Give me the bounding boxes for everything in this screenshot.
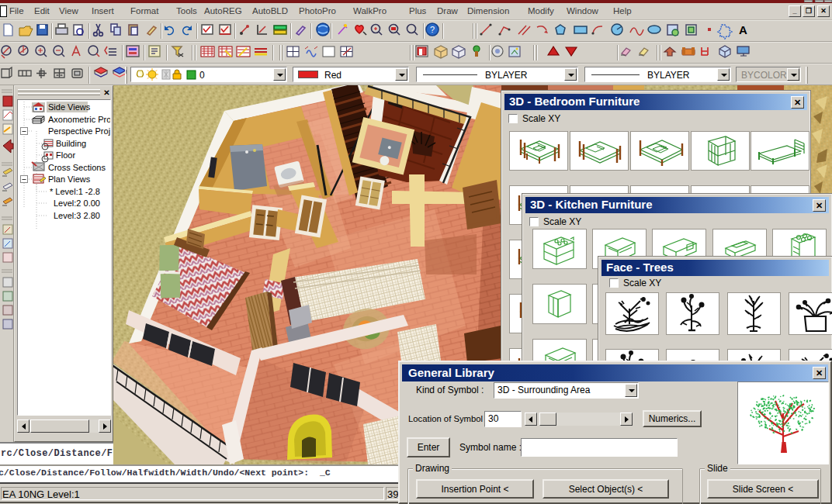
svg-text:Level:3 2.80: Level:3 2.80 (54, 211, 100, 220)
svg-text:Building: Building (56, 139, 86, 148)
svg-text:Level:2 0.00: Level:2 0.00 (54, 198, 100, 208)
svg-text:Axonometric Proje: Axonometric Proje (48, 115, 110, 124)
svg-text:Side Views: Side Views (48, 102, 91, 112)
svg-text:?: ? (430, 25, 435, 34)
svg-text:* Level:1 -2.8: * Level:1 -2.8 (50, 187, 100, 196)
svg-text:Plan Views: Plan Views (48, 174, 91, 184)
svg-text:A: A (739, 23, 747, 36)
svg-text:Floor: Floor (56, 150, 75, 160)
svg-text:Perspective Projec: Perspective Projec (48, 126, 110, 136)
svg-text:Cross Sections: Cross Sections (48, 163, 106, 172)
